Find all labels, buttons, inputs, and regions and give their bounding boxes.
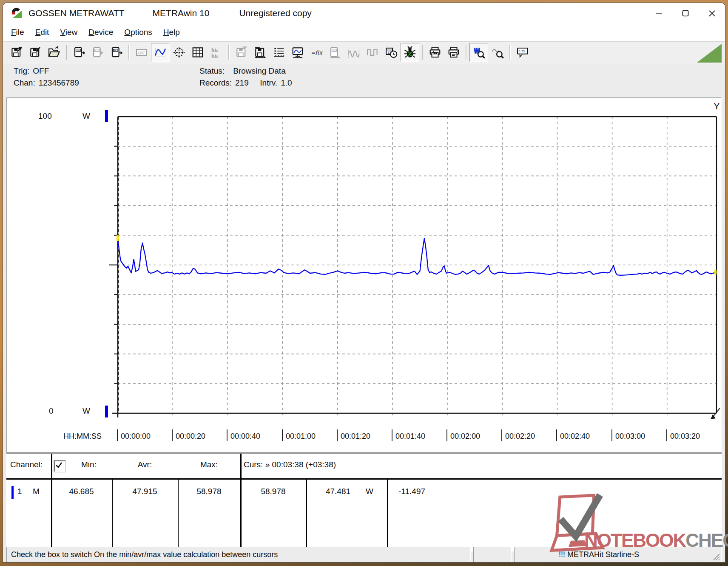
meter-range-button: 321 <box>326 43 344 62</box>
minimize-icon <box>656 10 663 17</box>
time-tick <box>117 429 118 441</box>
menu-item-help[interactable]: Help <box>158 25 185 40</box>
time-settings-icon: 12 <box>385 46 398 59</box>
trigger-status: Trig:OFF <box>14 66 49 76</box>
time-axis-label: 00:01:00 <box>286 432 316 441</box>
channel-id: Chan:123456789 <box>14 78 79 88</box>
toolbar-separator <box>66 45 67 60</box>
wave-square-button <box>363 43 382 62</box>
minmax-checkbox[interactable] <box>54 460 65 472</box>
col-header-avr: Avr: <box>112 460 178 469</box>
app-icon <box>11 7 23 19</box>
table-column-divider <box>178 478 179 552</box>
resize-grip[interactable] <box>711 552 720 561</box>
svg-text:1.23: 1.23 <box>519 50 525 53</box>
time-axis-label: 00:00:00 <box>121 432 151 441</box>
statusbar-device-name: !!! METRAHit Starline-S <box>559 550 639 559</box>
device-send-button: 321 <box>88 43 107 62</box>
file-save-in-icon <box>29 46 42 59</box>
export-data-icon <box>235 46 248 59</box>
chart-plot[interactable]: Y <box>7 98 725 450</box>
view-histogram-icon <box>210 46 223 59</box>
chart-panel[interactable]: 100 W 0 W Y HH:MM:SS 00:00:0000:00:2000:… <box>6 97 722 452</box>
menu-item-file[interactable]: File <box>6 25 30 40</box>
view-curve-button[interactable] <box>151 43 170 62</box>
debug-bug-button[interactable] <box>401 43 419 62</box>
print-button[interactable] <box>444 43 463 62</box>
zoom-in-curve-button[interactable] <box>469 43 488 62</box>
close-button[interactable] <box>699 3 725 23</box>
toolbar-separator <box>228 45 230 60</box>
maximize-button[interactable] <box>672 3 699 23</box>
device-memory-icon: M <box>110 46 123 59</box>
title-bar: GOSSEN METRAWATT METRAwin 10 Unregistere… <box>3 3 725 23</box>
time-settings-button[interactable]: 12 <box>382 43 401 62</box>
menu-item-device[interactable]: Device <box>83 25 119 40</box>
time-tick <box>666 429 667 441</box>
formula-button[interactable]: =f(x) <box>307 43 326 62</box>
time-axis-label: 00:01:40 <box>395 432 425 441</box>
statusbar-message: Check the box to switch On the min/avr/m… <box>6 547 471 562</box>
zoom-in-curve-icon <box>472 46 485 59</box>
time-tick <box>337 429 338 441</box>
time-tick <box>501 429 502 441</box>
svg-text:321: 321 <box>77 49 80 52</box>
device-read-button[interactable]: 321 <box>70 43 88 62</box>
table-column-divider <box>387 478 388 552</box>
menu-item-edit[interactable]: Edit <box>30 25 55 40</box>
debug-bug-icon <box>404 46 416 59</box>
time-axis-label: 00:01:20 <box>341 432 370 441</box>
time-axis-label: 00:02:00 <box>450 432 480 441</box>
close-icon <box>708 10 716 17</box>
view-histogram-button <box>207 43 226 62</box>
value-callout-button[interactable]: 1.23 <box>513 43 532 62</box>
toolbar: 321321M1257=f(x)321121.23 <box>3 41 725 63</box>
time-tick <box>556 429 557 441</box>
minimize-button[interactable] <box>646 3 672 23</box>
cell-channel-number: 1 <box>17 487 22 496</box>
window-controls <box>646 3 725 23</box>
menu-item-options[interactable]: Options <box>119 25 157 40</box>
import-data-button[interactable] <box>251 43 270 62</box>
monitor-view-button[interactable] <box>288 43 307 62</box>
records-info: Records:219 Intrv.1.0 <box>199 78 292 88</box>
file-save-in-button[interactable] <box>26 43 45 62</box>
svg-text:321: 321 <box>95 49 99 52</box>
time-tick <box>227 429 228 441</box>
view-polar-icon <box>173 46 185 59</box>
monitor-view-icon <box>291 46 304 59</box>
cell-delta-value: -11.497 <box>398 487 425 496</box>
formula-icon: =f(x) <box>310 46 323 59</box>
file-open-button[interactable] <box>45 43 63 62</box>
print-preview-button[interactable] <box>426 43 444 62</box>
time-tick <box>611 429 612 441</box>
view-curve-icon <box>154 46 167 59</box>
menu-item-view[interactable]: View <box>54 25 83 40</box>
status-panel: Trig:OFF Chan:123456789 Status:Browsing … <box>3 63 725 92</box>
view-polar-button[interactable] <box>170 43 188 62</box>
device-read-icon: 321 <box>73 46 85 59</box>
file-save-button[interactable] <box>7 43 26 62</box>
wave-square-icon <box>366 46 379 59</box>
device-memory-button[interactable]: M <box>107 43 126 62</box>
titlebar-license: Unregistered copy <box>239 8 311 18</box>
cell-avr-value: 47.915 <box>112 487 178 496</box>
svg-text:=f(x): =f(x) <box>311 49 323 56</box>
menu-bar: FileEditViewDeviceOptionsHelp <box>3 23 725 41</box>
marker-list-icon <box>273 46 285 59</box>
value-callout-icon: 1.23 <box>516 46 529 59</box>
corner-triangle-icon <box>697 44 722 63</box>
view-numeric-button: 1257 <box>132 43 151 62</box>
svg-text:1257: 1257 <box>138 51 145 54</box>
zoom-out-curve-icon <box>491 46 504 59</box>
print-preview-icon <box>429 46 441 59</box>
table-column-divider <box>112 478 113 552</box>
zoom-out-curve-button[interactable] <box>488 43 507 62</box>
table-column-divider <box>240 454 242 552</box>
export-data-button <box>232 43 251 62</box>
time-tick <box>392 429 392 441</box>
marker-list-button[interactable] <box>270 43 288 62</box>
view-table-button[interactable] <box>188 43 207 62</box>
status-bar: Check the box to switch On the min/avr/m… <box>6 546 722 562</box>
time-tick <box>446 429 447 441</box>
